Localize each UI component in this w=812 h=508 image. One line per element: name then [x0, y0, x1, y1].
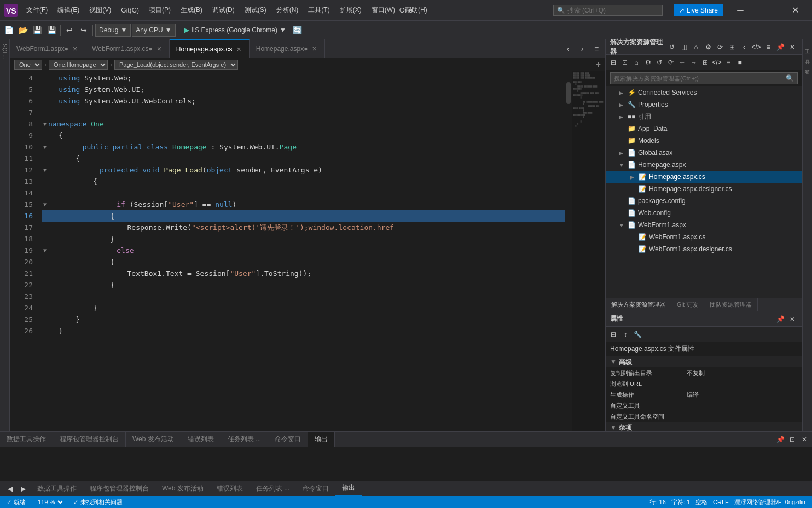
tree-arrow-webform1[interactable]: ▼: [619, 222, 625, 228]
fold-button-12[interactable]: ▼: [42, 167, 48, 174]
save-button[interactable]: 💾: [31, 24, 44, 37]
se-tb-nav-back[interactable]: ←: [677, 57, 688, 68]
tab-close-icon-3[interactable]: ×: [236, 45, 242, 54]
se-home-button[interactable]: ⌂: [691, 42, 701, 53]
props-settings-button[interactable]: 🔧: [632, 329, 643, 340]
se-search-input[interactable]: [614, 75, 784, 82]
liveshare-button[interactable]: ↗ Live Share: [674, 4, 723, 16]
props-section-advanced[interactable]: ▼ 高级: [606, 356, 802, 367]
se-tb-code[interactable]: </>: [711, 57, 722, 68]
se-code-view-button[interactable]: </>: [751, 42, 762, 53]
tree-item-connected-services[interactable]: ▶ ⚡ Connected Services: [606, 86, 802, 99]
menu-extensions[interactable]: 扩展(X): [335, 3, 366, 17]
code-text[interactable]: using System.Web; using System.Web.UI; u…: [37, 71, 565, 431]
tree-item-properties[interactable]: ▶ 🔧 Properties: [606, 99, 802, 111]
tabs-list-button[interactable]: ≡: [590, 42, 603, 55]
se-refresh-button[interactable]: ↺: [666, 42, 677, 53]
tree-item-references[interactable]: ▶ ■■ 引用: [606, 111, 802, 123]
project-selector[interactable]: One: [14, 60, 42, 70]
tab-homepage-cs[interactable]: Homepage.aspx.cs ×: [170, 39, 250, 58]
output-tab-output[interactable]: 输出: [308, 432, 335, 447]
tree-arrow-global[interactable]: ▶: [619, 150, 625, 156]
status-encoding[interactable]: CRLF: [711, 496, 731, 508]
tree-item-homepage-designer[interactable]: ▶ 📝 Homepage.aspx.designer.cs: [606, 183, 802, 195]
zoom-selector[interactable]: 119 %: [34, 498, 65, 506]
tab-webform1-cs[interactable]: WebForm1.aspx.cs● ×: [85, 39, 170, 58]
title-search-input[interactable]: [567, 7, 649, 14]
status-bottom-right[interactable]: 漂浮网络管理器/F_0ngzilin: [732, 496, 808, 508]
tree-item-webform1[interactable]: ▼ 📄 WebForm1.aspx: [606, 219, 802, 231]
menu-build[interactable]: 生成(B): [176, 3, 207, 17]
se-tb-new[interactable]: ■: [734, 57, 745, 68]
tabs-scroll-right-button[interactable]: ›: [576, 42, 589, 55]
bottom-tab-data-tools[interactable]: 数据工具操作: [31, 481, 83, 497]
bottom-tab-nuget[interactable]: 程序包管理器控制台: [83, 481, 155, 497]
se-tab-solution[interactable]: 解决方案资源管理器: [606, 298, 671, 311]
menu-test[interactable]: 测试(S): [240, 3, 271, 17]
props-close-button[interactable]: ✕: [787, 314, 798, 325]
fold-button-19[interactable]: ▼: [42, 247, 48, 254]
tree-item-homepage-cs[interactable]: ▶ 📝 Homepage.aspx.cs: [606, 171, 802, 183]
tree-arrow-homepage[interactable]: ▼: [619, 162, 625, 168]
se-tb-2[interactable]: ⊡: [619, 57, 630, 68]
breadcrumb-add-button[interactable]: +: [596, 60, 601, 70]
menu-analyze[interactable]: 分析(N): [272, 3, 303, 17]
status-space[interactable]: 空格: [693, 496, 710, 508]
se-tab-git[interactable]: Git 更改: [671, 298, 704, 311]
fold-button-10[interactable]: ▼: [42, 144, 48, 151]
tree-item-packages[interactable]: ▶ 📄 packages.config: [606, 195, 802, 207]
props-alphabetical-button[interactable]: ↕: [620, 329, 631, 340]
fold-button-8[interactable]: ▼: [42, 121, 48, 128]
se-search-box[interactable]: 🔍: [610, 72, 798, 84]
se-tab-team[interactable]: 团队资源管理器: [704, 298, 758, 311]
tabs-scroll-left-button[interactable]: ‹: [561, 42, 575, 55]
fold-button-15[interactable]: ▼: [42, 201, 48, 208]
menu-tools[interactable]: 工具(T): [304, 3, 334, 17]
menu-debug[interactable]: 调试(D): [208, 3, 239, 17]
se-tb-show-all[interactable]: ⊞: [700, 57, 711, 68]
se-sync-button[interactable]: ⟳: [715, 42, 726, 53]
status-ready[interactable]: ✓ 就绪: [4, 496, 28, 508]
props-section-misc[interactable]: ▼ 杂项: [606, 422, 802, 431]
re-icon-1[interactable]: 工: [804, 42, 811, 49]
new-file-button[interactable]: 📄: [2, 24, 15, 37]
output-tab-nuget[interactable]: 程序包管理器控制台: [53, 432, 126, 447]
output-tab-cmd[interactable]: 命令窗口: [268, 432, 308, 447]
output-tab-tasks[interactable]: 任务列表 ...: [221, 432, 268, 447]
status-line[interactable]: 行: 16: [647, 496, 668, 508]
se-tb-props[interactable]: ≡: [723, 57, 734, 68]
editor-scrollbar[interactable]: [565, 71, 572, 431]
open-button[interactable]: 📂: [16, 24, 30, 37]
tree-item-homepage-aspx[interactable]: ▼ 📄 Homepage.aspx: [606, 159, 802, 171]
status-no-issues[interactable]: ✓ 未找到相关问题: [71, 496, 125, 508]
props-pin-button[interactable]: 📌: [775, 314, 786, 325]
nav-next-button[interactable]: ▶: [18, 483, 28, 494]
redo-button[interactable]: ↪: [77, 24, 90, 37]
se-pin-button[interactable]: 📌: [775, 42, 786, 53]
se-props-button[interactable]: ≡: [763, 42, 774, 53]
bottom-tab-output[interactable]: 输出: [335, 481, 362, 497]
output-pin2-button[interactable]: ⊡: [787, 434, 798, 445]
tree-item-webconfig[interactable]: ▶ 📄 Web.config: [606, 207, 802, 219]
solution-tree[interactable]: ▶ ⚡ Connected Services ▶ 🔧 Properties ▶ …: [606, 86, 802, 298]
bottom-tab-web-publish[interactable]: Web 发布活动: [155, 481, 210, 497]
method-selector[interactable]: Page_Load(object sender, EventArgs e): [114, 60, 238, 70]
se-nav-back-button[interactable]: ‹: [739, 42, 750, 53]
se-collapse-button[interactable]: ◫: [678, 42, 689, 53]
menu-git[interactable]: Git(G): [117, 4, 143, 16]
menu-view[interactable]: 视图(V): [85, 3, 115, 17]
tab-homepage-aspx[interactable]: Homepage.aspx● ×: [250, 39, 325, 58]
undo-button[interactable]: ↩: [63, 24, 76, 37]
se-tb-4[interactable]: ⚙: [642, 57, 653, 68]
tree-item-appdata[interactable]: ▶ 📁 App_Data: [606, 123, 802, 135]
tree-item-webform1-designer[interactable]: ▶ 📝 WebForm1.aspx.designer.cs: [606, 243, 802, 255]
output-tab-data[interactable]: 数据工具操作: [0, 432, 53, 447]
menu-edit[interactable]: 编辑(E): [53, 3, 84, 17]
menu-project[interactable]: 项目(P): [144, 3, 175, 17]
se-tb-1[interactable]: ⊟: [608, 57, 619, 68]
menu-window[interactable]: 窗口(W): [367, 3, 399, 17]
code-editor[interactable]: 4567 891011 12131415 16 17181920 2122232…: [10, 71, 605, 431]
debug-config-dropdown[interactable]: Debug ▼: [95, 24, 131, 37]
tree-item-webform1-cs[interactable]: ▶ 📝 WebForm1.aspx.cs: [606, 231, 802, 243]
status-col[interactable]: 字符: 1: [669, 496, 692, 508]
